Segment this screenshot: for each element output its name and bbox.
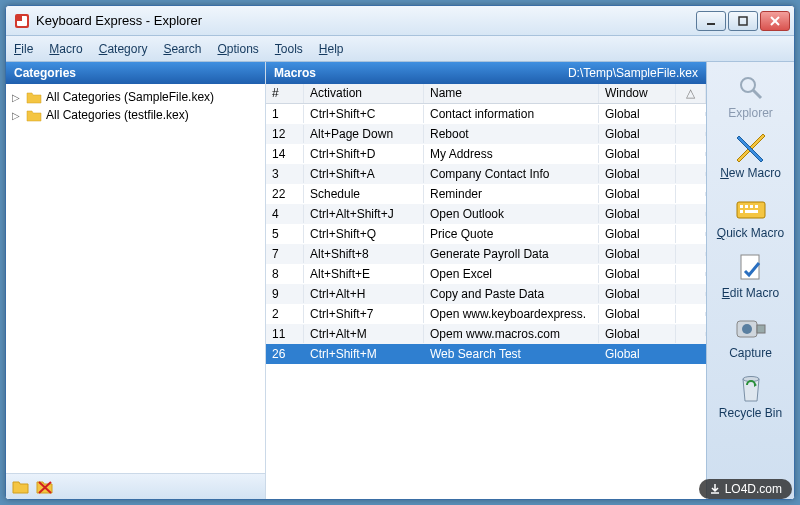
menu-help[interactable]: Help	[319, 42, 344, 56]
categories-panel: Categories ▷ All Categories (SampleFile.…	[6, 62, 266, 499]
column-number[interactable]: #	[266, 84, 304, 103]
table-row[interactable]: 2Ctrl+Shift+7Open www.keyboardexpress.Gl…	[266, 304, 706, 324]
close-button[interactable]	[760, 11, 790, 31]
table-row[interactable]: 4Ctrl+Alt+Shift+JOpen OutlookGlobal	[266, 204, 706, 224]
table-row[interactable]: 1Ctrl+Shift+CContact informationGlobal	[266, 104, 706, 124]
maximize-button[interactable]	[728, 11, 758, 31]
keyboard-icon	[735, 192, 767, 224]
svg-rect-2	[17, 16, 22, 21]
menu-search[interactable]: Search	[163, 42, 201, 56]
cell-num: 2	[266, 305, 304, 323]
cell-name: Open Excel	[424, 265, 599, 283]
edit-macro-button[interactable]: Edit Macro	[711, 248, 791, 304]
capture-button[interactable]: Capture	[711, 308, 791, 364]
cell-num: 8	[266, 265, 304, 283]
tree-item[interactable]: ▷ All Categories (testfile.kex)	[8, 106, 263, 124]
table-row[interactable]: 12Alt+Page DownRebootGlobal	[266, 124, 706, 144]
svg-point-9	[741, 78, 755, 92]
svg-rect-14	[740, 205, 743, 208]
macros-header: Macros D:\Temp\SampleFile.kex	[266, 62, 706, 84]
download-icon	[709, 483, 721, 495]
cell-empty	[676, 292, 706, 296]
grid-body[interactable]: 1Ctrl+Shift+CContact informationGlobal12…	[266, 104, 706, 499]
minimize-button[interactable]	[696, 11, 726, 31]
delete-folder-icon[interactable]	[36, 479, 54, 495]
cell-window: Global	[599, 125, 676, 143]
quick-macro-button[interactable]: Quick Macro	[711, 188, 791, 244]
recycle-bin-button[interactable]: Recycle Bin	[711, 368, 791, 424]
recycle-bin-icon	[735, 372, 767, 404]
table-row[interactable]: 5Ctrl+Shift+QPrice QuoteGlobal	[266, 224, 706, 244]
cell-activation: Alt+Shift+8	[304, 245, 424, 263]
cell-window: Global	[599, 305, 676, 323]
menu-options[interactable]: Options	[217, 42, 258, 56]
menubar: File Macro Category Search Options Tools…	[6, 36, 794, 62]
cell-activation: Ctrl+Alt+Shift+J	[304, 205, 424, 223]
new-folder-icon[interactable]	[12, 479, 30, 495]
table-row[interactable]: 7Alt+Shift+8Generate Payroll DataGlobal	[266, 244, 706, 264]
cell-window: Global	[599, 245, 676, 263]
table-row[interactable]: 3Ctrl+Shift+ACompany Contact InfoGlobal	[266, 164, 706, 184]
table-row[interactable]: 26Ctrl+Shift+MWeb Search TestGlobal	[266, 344, 706, 364]
cell-empty	[676, 132, 706, 136]
cell-window: Global	[599, 325, 676, 343]
folder-icon	[26, 91, 42, 104]
table-row[interactable]: 8Alt+Shift+EOpen ExcelGlobal	[266, 264, 706, 284]
cell-num: 9	[266, 285, 304, 303]
menu-category[interactable]: Category	[99, 42, 148, 56]
categories-header-label: Categories	[14, 66, 76, 80]
table-row[interactable]: 11Ctrl+Alt+MOpem www.macros.comGlobal	[266, 324, 706, 344]
menu-macro[interactable]: Macro	[49, 42, 82, 56]
menu-file[interactable]: File	[14, 42, 33, 56]
cell-name: Opem www.macros.com	[424, 325, 599, 343]
titlebar[interactable]: Keyboard Express - Explorer	[6, 6, 794, 36]
menu-tools[interactable]: Tools	[275, 42, 303, 56]
cell-empty	[676, 332, 706, 336]
cell-activation: Ctrl+Alt+H	[304, 285, 424, 303]
svg-line-10	[753, 90, 761, 98]
table-row[interactable]: 22ScheduleReminderGlobal	[266, 184, 706, 204]
cell-activation: Ctrl+Shift+A	[304, 165, 424, 183]
main-body: Categories ▷ All Categories (SampleFile.…	[6, 62, 794, 499]
cell-window: Global	[599, 265, 676, 283]
cell-window: Global	[599, 285, 676, 303]
tree-item-label: All Categories (SampleFile.kex)	[46, 90, 214, 104]
cell-name: Reminder	[424, 185, 599, 203]
table-row[interactable]: 14Ctrl+Shift+DMy AddressGlobal	[266, 144, 706, 164]
cell-empty	[676, 152, 706, 156]
column-sort-indicator[interactable]: △	[676, 84, 706, 103]
expand-icon[interactable]: ▷	[12, 92, 22, 103]
cell-window: Global	[599, 105, 676, 123]
new-macro-button[interactable]: New Macro	[711, 128, 791, 184]
tree-item[interactable]: ▷ All Categories (SampleFile.kex)	[8, 88, 263, 106]
column-window[interactable]: Window	[599, 84, 676, 103]
column-name[interactable]: Name	[424, 84, 599, 103]
cell-name: Reboot	[424, 125, 599, 143]
cell-activation: Ctrl+Shift+M	[304, 345, 424, 363]
grid-header: # Activation Name Window △	[266, 84, 706, 104]
cell-activation: Schedule	[304, 185, 424, 203]
macros-path: D:\Temp\SampleFile.kex	[568, 66, 698, 80]
svg-rect-19	[745, 210, 758, 213]
table-row[interactable]: 9Ctrl+Alt+HCopy and Paste DataGlobal	[266, 284, 706, 304]
cell-num: 11	[266, 325, 304, 343]
cell-empty	[676, 272, 706, 276]
app-window: Keyboard Express - Explorer File Macro C…	[5, 5, 795, 500]
cell-num: 1	[266, 105, 304, 123]
categories-toolbar	[6, 473, 265, 499]
cell-activation: Ctrl+Shift+7	[304, 305, 424, 323]
cell-name: Open Outlook	[424, 205, 599, 223]
toolbar-label: Explorer	[728, 106, 773, 120]
categories-tree[interactable]: ▷ All Categories (SampleFile.kex) ▷ All …	[6, 84, 265, 473]
app-icon	[14, 13, 30, 29]
cell-window: Global	[599, 165, 676, 183]
cell-empty	[676, 112, 706, 116]
column-activation[interactable]: Activation	[304, 84, 424, 103]
document-check-icon	[735, 252, 767, 284]
toolbar-label: Edit Macro	[722, 286, 779, 300]
cell-num: 3	[266, 165, 304, 183]
svg-point-22	[742, 324, 752, 334]
cell-window: Global	[599, 185, 676, 203]
explorer-button[interactable]: Explorer	[711, 68, 791, 124]
expand-icon[interactable]: ▷	[12, 110, 22, 121]
